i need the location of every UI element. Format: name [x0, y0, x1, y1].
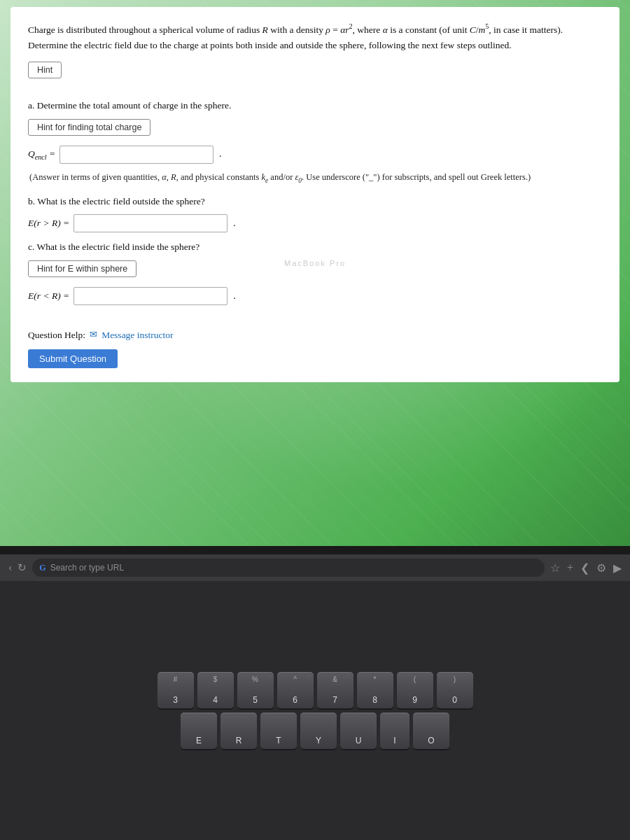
browser-toolbar: ☆ + ❮ ⚙ ▶	[550, 561, 622, 575]
qencl-label: Qencl =	[28, 146, 55, 163]
hint-e-within-button[interactable]: Hint for E within sphere	[28, 260, 136, 277]
settings-icon[interactable]: ⚙	[596, 561, 606, 575]
er-gt-r-row: E(r > R) = .	[28, 214, 602, 232]
part-a-label: a. Determine the total amount of charge …	[28, 98, 602, 113]
key-0[interactable]: ) 0	[437, 672, 473, 708]
er-lt-r-input[interactable]	[74, 287, 227, 305]
plus-icon[interactable]: +	[567, 561, 573, 574]
problem-intro: Charge is distributed throughout a spher…	[28, 21, 602, 53]
key-6[interactable]: ^ 6	[277, 672, 314, 708]
er-lt-r-label: E(r < R) =	[28, 288, 69, 304]
message-instructor-link[interactable]: Message instructor	[102, 328, 173, 343]
key-4[interactable]: $ 4	[197, 672, 234, 708]
key-7[interactable]: & 7	[317, 672, 354, 708]
star-icon[interactable]: ☆	[550, 561, 560, 575]
keyboard-rows: # 3 $ 4 % 5 ^ 6 & 7 * 8	[158, 672, 473, 749]
period-a: .	[219, 146, 222, 162]
content-card: Charge is distributed throughout a spher…	[10, 7, 620, 382]
qencl-row: Qencl = .	[28, 146, 602, 164]
key-e[interactable]: E	[181, 713, 217, 749]
google-icon: G	[39, 563, 46, 573]
er-lt-r-row: E(r < R) = .	[28, 287, 602, 305]
keyboard: # 3 $ 4 % 5 ^ 6 & 7 * 8	[0, 581, 630, 840]
key-i[interactable]: I	[380, 713, 410, 749]
key-8[interactable]: * 8	[357, 672, 393, 708]
submit-question-button[interactable]: Submit Question	[28, 349, 118, 368]
er-gt-r-label: E(r > R) =	[28, 216, 69, 231]
arrow-right-icon[interactable]: ▶	[613, 561, 622, 575]
qencl-input[interactable]	[59, 146, 214, 164]
envelope-icon: ✉	[90, 328, 97, 342]
key-t[interactable]: T	[260, 713, 297, 749]
browser-back-button[interactable]: ‹	[8, 561, 12, 574]
part-b-label: b. What is the electric field outside th…	[28, 194, 602, 209]
letter-row: E R T Y U I O	[158, 713, 473, 749]
screen: Charge is distributed throughout a spher…	[0, 0, 630, 546]
key-3[interactable]: # 3	[158, 672, 194, 708]
er-gt-r-input[interactable]	[74, 214, 227, 232]
key-9[interactable]: ( 9	[397, 672, 433, 708]
number-row: # 3 $ 4 % 5 ^ 6 & 7 * 8	[158, 672, 473, 708]
key-u[interactable]: U	[340, 713, 377, 749]
key-o[interactable]: O	[413, 713, 449, 749]
answer-note: (Answer in terms of given quantities, α,…	[29, 171, 602, 186]
period-c: .	[233, 288, 236, 304]
macbook-label: MacBook Pro	[284, 259, 346, 267]
question-help-label: Question Help:	[28, 328, 85, 343]
key-y[interactable]: Y	[300, 713, 337, 749]
part-c-label: c. What is the electric field inside the…	[28, 239, 602, 255]
browser-search-bar[interactable]: G Search or type URL	[32, 559, 545, 577]
key-r[interactable]: R	[220, 713, 257, 749]
question-help-row: Question Help: ✉ Message instructor	[28, 328, 602, 343]
key-5[interactable]: % 5	[237, 672, 274, 708]
browser-refresh-button[interactable]: ↻	[18, 561, 27, 574]
browser-bar: ‹ ↻ G Search or type URL ☆ + ❮ ⚙ ▶	[0, 554, 630, 581]
period-b: .	[233, 216, 236, 231]
main-hint-button[interactable]: Hint	[28, 62, 62, 78]
search-placeholder: Search or type URL	[50, 563, 124, 573]
hint-total-charge-button[interactable]: Hint for finding total charge	[28, 119, 150, 136]
chevron-left-icon[interactable]: ❮	[580, 561, 589, 575]
